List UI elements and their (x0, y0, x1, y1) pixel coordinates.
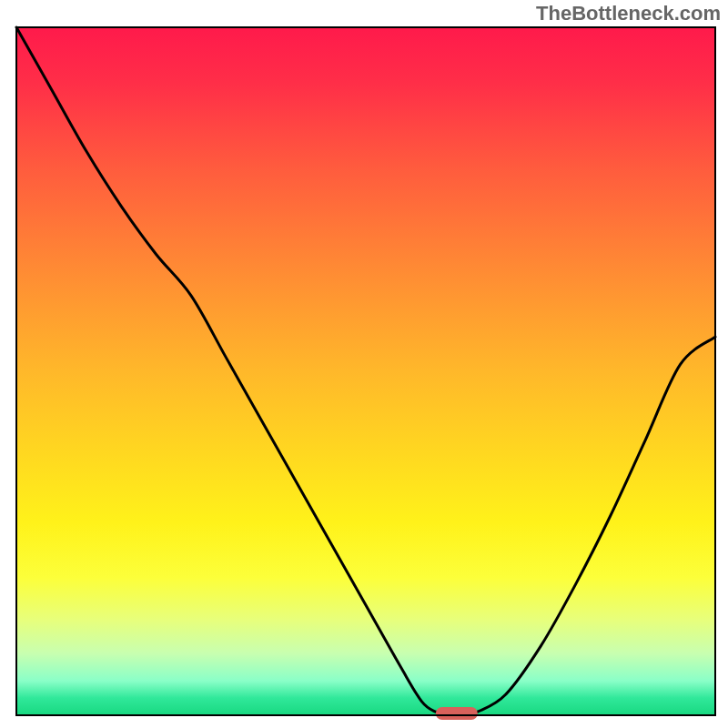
chart-canvas (0, 0, 728, 728)
optimal-marker (436, 707, 478, 720)
bottleneck-chart: TheBottleneck.com (0, 0, 728, 728)
watermark-text: TheBottleneck.com (536, 2, 721, 25)
plot-background (16, 27, 715, 715)
